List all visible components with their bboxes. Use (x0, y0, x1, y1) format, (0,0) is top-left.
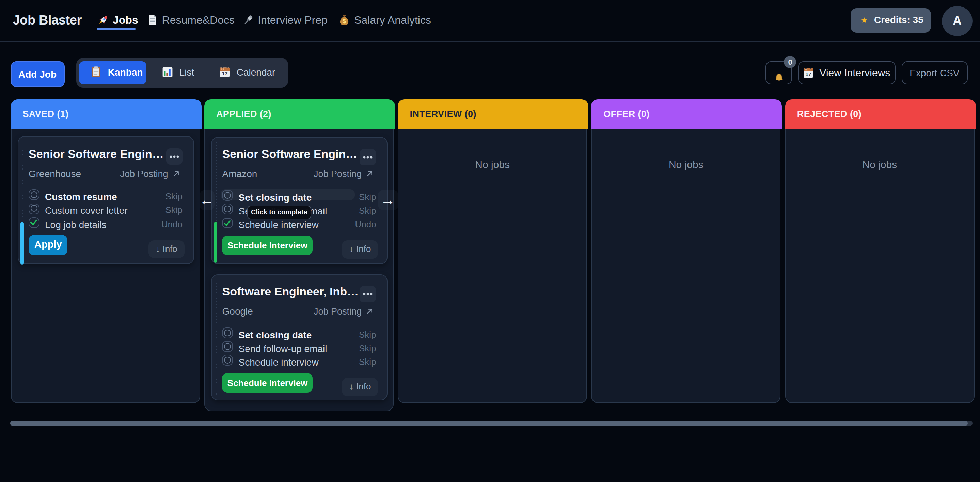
svg-text:$: $ (342, 18, 346, 24)
svg-text:17: 17 (806, 71, 811, 77)
svg-text:17: 17 (222, 70, 228, 76)
